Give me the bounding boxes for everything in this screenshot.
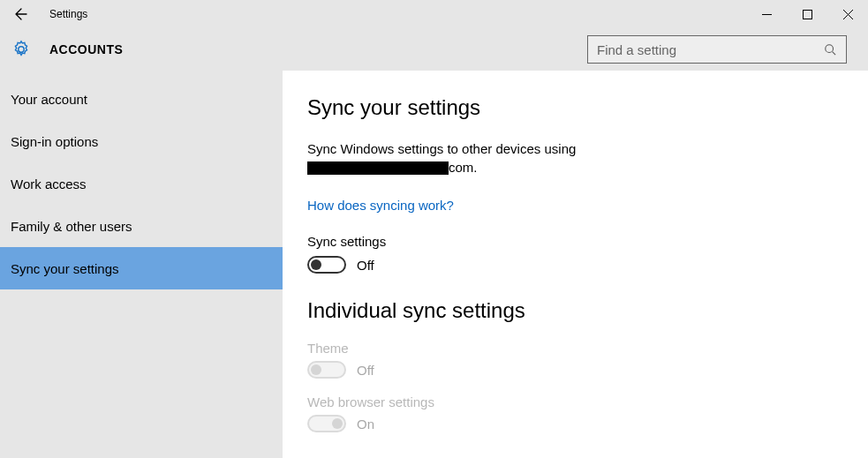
sidebar-item-label: Work access bbox=[11, 176, 87, 191]
webbrowser-toggle bbox=[307, 415, 346, 432]
back-button[interactable] bbox=[0, 0, 42, 28]
theme-state: Off bbox=[357, 363, 374, 378]
sidebar: Your account Sign-in options Work access… bbox=[0, 71, 283, 458]
maximize-icon bbox=[803, 10, 812, 19]
theme-label: Theme bbox=[307, 341, 843, 356]
header: ACCOUNTS bbox=[0, 28, 868, 71]
titlebar: Settings bbox=[0, 0, 868, 28]
sidebar-item-label: Sign-in options bbox=[11, 134, 98, 149]
webbrowser-state: On bbox=[357, 417, 374, 432]
how-syncing-works-link[interactable]: How does syncing work? bbox=[307, 198, 454, 213]
sidebar-item-label: Family & other users bbox=[11, 219, 132, 234]
section-title: ACCOUNTS bbox=[49, 42, 123, 56]
maximize-button[interactable] bbox=[787, 0, 827, 28]
desc-suffix: com. bbox=[449, 160, 478, 175]
content-pane: Sync your settings Sync Windows settings… bbox=[283, 71, 868, 458]
sidebar-item-your-account[interactable]: Your account bbox=[0, 78, 283, 120]
theme-toggle bbox=[307, 361, 346, 379]
individual-sync-heading: Individual sync settings bbox=[307, 298, 843, 323]
sidebar-item-label: Your account bbox=[11, 92, 87, 107]
close-button[interactable] bbox=[827, 0, 868, 28]
minimize-button[interactable] bbox=[746, 0, 787, 28]
webbrowser-label: Web browser settings bbox=[307, 394, 843, 409]
sidebar-item-sync-settings[interactable]: Sync your settings bbox=[0, 247, 283, 289]
sidebar-item-signin-options[interactable]: Sign-in options bbox=[0, 120, 283, 162]
sync-settings-toggle[interactable] bbox=[307, 256, 346, 274]
window-title: Settings bbox=[49, 8, 87, 20]
redacted-email bbox=[307, 161, 449, 175]
search-box[interactable] bbox=[587, 35, 847, 64]
close-icon bbox=[843, 10, 853, 19]
gear-icon bbox=[11, 39, 32, 60]
desc-line1: Sync Windows settings to other devices u… bbox=[307, 141, 576, 156]
page-heading: Sync your settings bbox=[307, 95, 843, 120]
arrow-left-icon bbox=[14, 7, 28, 21]
search-icon bbox=[823, 42, 837, 56]
minimize-icon bbox=[762, 10, 772, 19]
sync-description: Sync Windows settings to other devices u… bbox=[307, 139, 843, 176]
svg-rect-0 bbox=[803, 10, 811, 19]
sidebar-item-work-access[interactable]: Work access bbox=[0, 162, 283, 205]
sidebar-item-label: Sync your settings bbox=[11, 261, 119, 276]
sync-settings-label: Sync settings bbox=[307, 234, 843, 249]
search-input[interactable] bbox=[597, 42, 823, 57]
sidebar-item-family-users[interactable]: Family & other users bbox=[0, 205, 283, 247]
svg-point-1 bbox=[826, 45, 834, 53]
sync-settings-state: Off bbox=[357, 258, 374, 273]
